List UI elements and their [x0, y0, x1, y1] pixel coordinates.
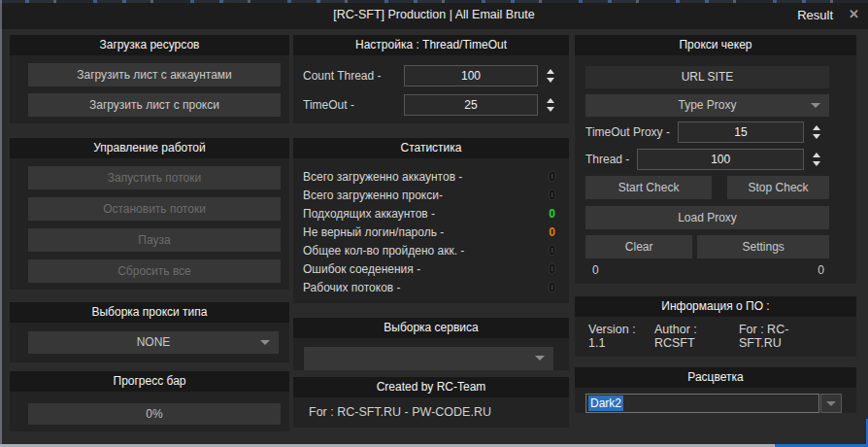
service-select[interactable]: [304, 347, 553, 370]
spinner-buttons[interactable]: [538, 94, 563, 116]
proxy-type-select[interactable]: NONE: [28, 331, 279, 354]
timeout-proxy-value[interactable]: 15: [678, 121, 804, 143]
stat-row: Всего загруженно аккаунтов - 0: [293, 168, 569, 187]
count-thread-spinner[interactable]: 100: [404, 65, 563, 86]
setting-row: TimeOut - 25: [303, 94, 563, 116]
chevron-down-icon: [260, 340, 270, 345]
group-statistics: Статистика Всего загруженно аккаунтов - …: [293, 138, 569, 303]
group-header: Информация о ПО :: [575, 296, 856, 317]
clear-button[interactable]: Clear: [585, 235, 692, 258]
group-header: Статистика: [293, 138, 569, 158]
spin-down-icon[interactable]: [813, 134, 820, 139]
stat-row: Рабочих потоков - 0: [293, 279, 569, 297]
software-info-row: Version : 1.1 Author : RCSFT For : RC-SF…: [575, 317, 856, 357]
start-check-button[interactable]: Start Check: [585, 176, 712, 199]
thread-spinner[interactable]: 100: [637, 149, 829, 170]
reset-all-button[interactable]: Сбросить все: [28, 259, 281, 283]
middle-column: Настройка : Thread/TimeOut Count Thread …: [293, 35, 569, 428]
theme-input[interactable]: Dark2: [585, 394, 819, 413]
count-thread-label: Count Thread -: [303, 69, 404, 83]
group-header: Created by RC-Team: [293, 377, 569, 397]
stat-label: Всего загруженно аккаунтов -: [303, 168, 462, 187]
theme-combobox[interactable]: Dark2: [585, 394, 842, 413]
thread-label: Thread -: [585, 153, 629, 166]
group-thread-timeout: Настройка : Thread/TimeOut Count Thread …: [293, 35, 569, 123]
spinner-buttons[interactable]: [804, 149, 829, 170]
spin-up-icon[interactable]: [547, 69, 554, 74]
timeout-spinner[interactable]: 25: [404, 94, 563, 116]
group-header: Настройка : Thread/TimeOut: [293, 35, 569, 55]
background-window-top-edge: [0, 0, 868, 3]
count-thread-value[interactable]: 100: [404, 65, 538, 86]
title-bar: [RC-SFT] Production | All Email Brute Re…: [0, 0, 868, 29]
stat-value: 0: [549, 187, 555, 205]
group-service-select: Выборка сервиса: [293, 318, 569, 370]
stat-row: Ошибок соеденения - 0: [293, 260, 569, 279]
spin-up-icon[interactable]: [813, 125, 820, 130]
load-proxy-list-button[interactable]: Загрузить лист с прокси: [28, 93, 281, 117]
spin-down-icon[interactable]: [547, 78, 554, 83]
counter-left: 0: [592, 262, 599, 276]
stat-label: Общее кол-во пройдено акк. -: [303, 242, 464, 260]
group-theme: Расцветка Dark2: [575, 367, 856, 413]
stat-row: Всего загруженно прокси- 0: [293, 187, 569, 205]
close-icon[interactable]: ✕: [849, 7, 859, 21]
group-progress: Прогресс бар 0%: [10, 371, 289, 431]
progress-bar: 0%: [28, 403, 281, 425]
stat-label: Ошибок соеденения -: [303, 260, 420, 279]
chevron-down-icon: [811, 103, 820, 108]
load-proxy-button[interactable]: Load Proxy: [585, 206, 829, 229]
spin-down-icon[interactable]: [813, 161, 820, 166]
timeout-label: TimeOut -: [303, 98, 404, 112]
timeout-proxy-label: TimeOut Proxy -: [585, 125, 670, 139]
group-header: Выборка сервиса: [293, 318, 569, 338]
stop-threads-button[interactable]: Остановить потоки: [28, 197, 281, 221]
spin-up-icon[interactable]: [547, 98, 554, 103]
timeout-value[interactable]: 25: [404, 94, 538, 116]
spinner-buttons[interactable]: [538, 65, 563, 86]
load-accounts-button[interactable]: Загрузить лист с аккаунтами: [28, 63, 281, 86]
url-site-button[interactable]: URL SITE: [585, 66, 829, 88]
timeout-proxy-spinner[interactable]: 15: [678, 121, 829, 143]
group-header: Выборка прокси типа: [10, 302, 289, 323]
version-text: Version : 1.1: [588, 323, 654, 350]
thread-row: Thread - 100: [585, 149, 829, 170]
group-header: Прогресс бар: [10, 371, 289, 392]
proxy-type-value: NONE: [137, 335, 171, 349]
stat-value: 0: [549, 205, 555, 224]
group-header: Расцветка: [575, 367, 856, 388]
stat-label: Не верный логин/пароль -: [303, 224, 444, 242]
for-site-text: For : RC-SFT.RU: [739, 323, 829, 350]
group-header: Загрузка ресурсов: [10, 35, 289, 55]
type-proxy-select[interactable]: Type Proxy: [585, 94, 829, 117]
group-proxy-checker: Прокси чекер URL SITE Type Proxy TimeOut…: [575, 35, 856, 284]
settings-button[interactable]: Settings: [697, 235, 829, 258]
group-header: Управление работой: [10, 138, 289, 158]
spin-up-icon[interactable]: [813, 153, 820, 157]
stat-row: Общее кол-во пройдено акк. - 0: [293, 242, 569, 260]
setting-row: Count Thread - 100: [303, 65, 563, 86]
theme-dropdown-button[interactable]: [820, 394, 842, 413]
spinner-buttons[interactable]: [804, 121, 829, 143]
stat-row: Не верный логин/пароль - 0: [293, 224, 569, 242]
thread-value[interactable]: 100: [637, 149, 804, 170]
group-load-resources: Загрузка ресурсов Загрузить лист с аккау…: [10, 35, 289, 123]
counter-right: 0: [818, 262, 824, 276]
stat-value: 0: [549, 224, 555, 242]
pause-button[interactable]: Пауза: [28, 228, 281, 252]
result-button[interactable]: Result: [797, 8, 833, 22]
author-text: Author : RCSFT: [654, 323, 739, 350]
background-window-left-edge: [0, 0, 2, 447]
stat-label: Рабочих потоков -: [303, 279, 401, 297]
group-created-by: Created by RC-Team For : RC-SFT.RU - PW-…: [293, 377, 569, 428]
stat-value: 0: [549, 260, 555, 279]
stat-value: 0: [549, 168, 555, 187]
start-threads-button[interactable]: Запустить потоки: [28, 166, 281, 189]
group-proxy-type: Выборка прокси типа NONE: [10, 302, 289, 362]
stop-check-button[interactable]: Stop Check: [727, 176, 829, 199]
group-work-control: Управление работой Запустить потоки Оста…: [10, 138, 289, 290]
spin-down-icon[interactable]: [547, 107, 554, 112]
chevron-down-icon: [826, 401, 836, 406]
group-header: Прокси чекер: [575, 35, 856, 55]
stat-value: 0: [549, 242, 555, 260]
